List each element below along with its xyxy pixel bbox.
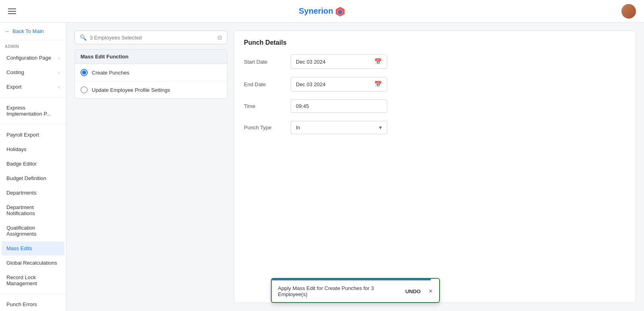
snackbar-message: Apply Mass Edit for Create Punches for 3… (278, 285, 400, 297)
sidebar-item-label: Department Notifications (6, 204, 60, 216)
punch-type-field: Punch Type In ▾ (244, 121, 626, 134)
avatar[interactable] (621, 4, 636, 19)
sidebar-item-costing[interactable]: Costing › (2, 65, 64, 79)
punch-type-value: In (296, 124, 300, 131)
punch-details-title: Punch Details (244, 39, 626, 46)
sidebar-item-label: Export (6, 84, 22, 90)
time-value[interactable] (296, 103, 382, 109)
sidebar-item-label: Budget Definition (6, 175, 46, 181)
sidebar-item-label: Departments (6, 190, 36, 196)
sidebar-item-label: Mass Edits (6, 245, 32, 251)
sidebar-item-label: Holidays (6, 146, 27, 152)
start-date-calendar-icon[interactable]: 📅 (374, 58, 382, 65)
filter-icon[interactable]: ⊟ (217, 34, 222, 41)
start-date-input[interactable]: Dec 03 2024 📅 (291, 54, 387, 69)
create-punches-radio[interactable] (80, 69, 88, 76)
back-arrow-icon: ← (5, 28, 10, 34)
start-date-label: Start Date (244, 59, 284, 65)
sidebar-item-departments[interactable]: Departments (2, 186, 64, 200)
punch-details-panel: Punch Details Start Date Dec 03 2024 📅 E… (234, 31, 636, 303)
sidebar-item-label: Punch Errors (6, 301, 37, 307)
time-input[interactable] (291, 100, 387, 113)
chevron-right-icon: › (58, 85, 60, 89)
sidebar-item-label: Payroll Export (6, 132, 39, 138)
mass-edit-function-card: Mass Edit Function Create Punches Update… (74, 49, 227, 99)
sidebar-item-label: Express Implementation P... (6, 105, 60, 117)
time-field: Time (244, 100, 626, 113)
sidebar-item-label: Record Lock Management (6, 274, 60, 286)
update-employee-profile-label: Update Employee Profile Settings (92, 87, 170, 93)
back-to-main-button[interactable]: ← Back To Main (0, 23, 66, 40)
logo-text: Synerion (299, 6, 333, 16)
sidebar-item-label: Badge Editor (6, 161, 37, 167)
snackbar-overlay: Apply Mass Edit for Create Punches for 3… (271, 278, 440, 303)
sidebar-item-record-lock-management[interactable]: Record Lock Management (2, 270, 64, 290)
sidebar-item-punch-errors[interactable]: Punch Errors (2, 297, 64, 311)
snackbar: Apply Mass Edit for Create Punches for 3… (271, 278, 440, 303)
layout: ← Back To Main ADMIN Configuration Page … (0, 23, 644, 311)
start-date-value: Dec 03 2024 (296, 59, 326, 65)
sidebar-item-global-recalculations[interactable]: Global Recalculations (2, 256, 64, 270)
main-content: 🔍 ⊟ Mass Edit Function Create Punches Up… (66, 23, 644, 311)
sidebar-item-label: Configuration Page (6, 55, 51, 61)
employee-search-bar[interactable]: 🔍 ⊟ (74, 31, 227, 44)
logo-area: Synerion (299, 6, 345, 17)
sidebar-item-department-notifications[interactable]: Department Notifications (2, 200, 64, 220)
end-date-input[interactable]: Dec 03 2024 📅 (291, 77, 387, 91)
create-punches-label: Create Punches (92, 70, 129, 76)
sidebar-item-payroll-export[interactable]: Payroll Export (2, 128, 64, 142)
chevron-right-icon: › (58, 70, 60, 75)
sidebar-item-qualification-assignments[interactable]: Qualification Assignments (2, 221, 64, 241)
snackbar-content: Apply Mass Edit for Create Punches for 3… (272, 280, 439, 302)
sidebar-item-label: Global Recalculations (6, 260, 57, 266)
topbar: Synerion (0, 0, 644, 23)
function-card-header: Mass Edit Function (75, 50, 227, 64)
update-employee-profile-radio[interactable] (80, 86, 88, 93)
sidebar-item-express-implementation[interactable]: Express Implementation P... (2, 101, 64, 121)
snackbar-undo-button[interactable]: UNDO (405, 288, 421, 294)
search-icon: 🔍 (80, 34, 87, 41)
sidebar-item-mass-edits[interactable]: Mass Edits (2, 241, 64, 255)
back-label: Back To Main (12, 28, 44, 34)
create-punches-option[interactable]: Create Punches (75, 64, 227, 81)
sidebar-item-label: Qualification Assignments (6, 225, 60, 237)
sidebar-item-label: Costing (6, 69, 24, 75)
left-panel: 🔍 ⊟ Mass Edit Function Create Punches Up… (74, 31, 227, 303)
sidebar-divider-3 (0, 294, 66, 294)
employee-search-input[interactable] (90, 35, 214, 41)
sidebar-item-export[interactable]: Export › (2, 80, 64, 94)
end-date-label: End Date (244, 81, 284, 87)
chevron-right-icon: › (58, 56, 60, 60)
sidebar-divider (0, 97, 66, 97)
hamburger-menu[interactable] (8, 8, 16, 14)
end-date-calendar-icon[interactable]: 📅 (374, 81, 382, 88)
end-date-value: Dec 03 2024 (296, 81, 326, 87)
sidebar-item-badge-editor[interactable]: Badge Editor (2, 157, 64, 171)
time-label: Time (244, 103, 284, 109)
punch-type-select-wrapper[interactable]: In ▾ (291, 121, 387, 134)
sidebar: ← Back To Main ADMIN Configuration Page … (0, 23, 66, 311)
sidebar-item-configuration-page[interactable]: Configuration Page › (2, 51, 64, 65)
punch-type-label: Punch Type (244, 124, 284, 131)
start-date-field: Start Date Dec 03 2024 📅 (244, 54, 626, 69)
snackbar-close-button[interactable]: × (429, 288, 432, 295)
admin-section-label: ADMIN (0, 40, 66, 50)
update-employee-profile-option[interactable]: Update Employee Profile Settings (75, 81, 227, 98)
chevron-down-icon: ▾ (379, 124, 382, 131)
sidebar-item-budget-definition[interactable]: Budget Definition (2, 171, 64, 185)
logo-icon (335, 6, 345, 17)
sidebar-item-holidays[interactable]: Holidays (2, 142, 64, 156)
sidebar-divider-2 (0, 124, 66, 124)
end-date-field: End Date Dec 03 2024 📅 (244, 77, 626, 91)
